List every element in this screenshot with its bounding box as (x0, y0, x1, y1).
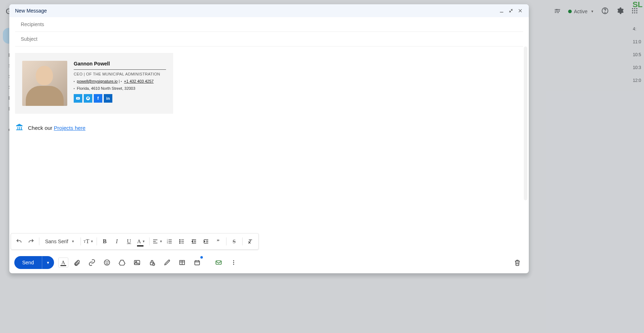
indent-more-button[interactable] (200, 236, 212, 247)
send-button[interactable]: Send (14, 256, 42, 269)
facebook-icon[interactable]: f (94, 94, 102, 103)
help-icon[interactable] (601, 7, 609, 16)
numbered-list-button[interactable]: 123 (164, 236, 175, 247)
signature-card: Gannon Powell CEO | OF THE MUNICIPAL ADM… (15, 53, 173, 114)
italic-button[interactable]: I (111, 236, 123, 247)
more-options-button[interactable] (227, 256, 240, 269)
redo-button[interactable] (25, 236, 37, 247)
svg-point-31 (179, 239, 180, 240)
insert-table-button[interactable] (176, 256, 189, 269)
subject-field[interactable]: Subject (15, 32, 523, 46)
attach-file-button[interactable] (70, 256, 83, 269)
signature-photo (22, 61, 67, 106)
strikethrough-button[interactable]: S (229, 236, 240, 247)
compose-header[interactable]: New Message (9, 4, 529, 17)
underline-button[interactable]: U (123, 236, 135, 247)
chevron-down-icon: ▼ (72, 240, 75, 243)
status-active[interactable]: Active ▼ (568, 9, 594, 14)
svg-point-50 (106, 262, 106, 263)
minimize-icon[interactable] (499, 8, 504, 14)
chevron-down-icon: ▼ (160, 240, 163, 243)
signature-name: Gannon Powell (74, 61, 166, 67)
linkedin-icon[interactable]: in (104, 94, 112, 103)
bullet-list-button[interactable] (176, 236, 187, 247)
exit-fullscreen-icon[interactable] (508, 8, 514, 14)
active-dot-icon (568, 10, 572, 13)
schedule-send-button[interactable] (191, 256, 204, 269)
signature-divider (74, 69, 166, 70)
cta-link[interactable]: Projects here (54, 125, 86, 131)
time-cell: 4: (633, 26, 641, 31)
svg-point-49 (104, 260, 109, 265)
font-family-select[interactable]: Sans Serif ▼ (42, 236, 78, 247)
svg-point-4 (556, 9, 557, 10)
svg-line-58 (153, 264, 154, 265)
svg-text:3: 3 (167, 242, 168, 244)
brand-partial: SL (633, 0, 643, 9)
svg-marker-41 (192, 240, 193, 243)
quote-button[interactable]: ” (213, 236, 224, 247)
svg-marker-52 (119, 260, 125, 265)
mysignature-button[interactable] (212, 256, 225, 269)
twitter-icon[interactable] (84, 94, 92, 103)
signature-title: CEO | OF THE MUNICIPAL ADMINISTRATION (74, 72, 166, 76)
svg-rect-62 (195, 261, 199, 265)
svg-point-13 (632, 12, 633, 13)
svg-point-14 (634, 12, 635, 13)
cta-prefix: Check our (28, 125, 54, 131)
svg-point-10 (632, 10, 633, 11)
compose-window: New Message Recipients Subject Gannon Po… (9, 4, 529, 273)
svg-marker-46 (204, 240, 205, 243)
signature-email-link[interactable]: powell@mysignature.io (77, 79, 118, 83)
insert-emoji-button[interactable] (101, 256, 113, 269)
remove-formatting-button[interactable] (245, 236, 256, 247)
building-icon (15, 123, 24, 133)
youtube-icon[interactable] (74, 94, 82, 103)
svg-point-68 (233, 262, 234, 263)
discard-draft-button[interactable] (511, 256, 524, 269)
chevron-down-icon: ▼ (591, 10, 594, 13)
signature-phone-link[interactable]: +1 432 403 4257 (124, 79, 154, 83)
body-scrollbar[interactable] (524, 46, 527, 200)
align-button[interactable]: ▼ (152, 236, 163, 247)
chevron-down-icon: ▼ (142, 240, 145, 243)
insert-link-button[interactable] (86, 256, 98, 269)
insert-signature-button[interactable] (161, 256, 174, 269)
svg-point-15 (636, 12, 637, 13)
insert-drive-button[interactable] (116, 256, 128, 269)
confidential-mode-button[interactable] (146, 256, 158, 269)
font-size-button[interactable]: TT ▼ (83, 236, 94, 247)
time-cell: 11:0 (633, 39, 641, 44)
svg-rect-66 (216, 261, 221, 264)
chevron-down-icon: ▼ (91, 240, 94, 243)
bold-button[interactable]: B (99, 236, 111, 247)
compose-title: New Message (15, 8, 47, 14)
compose-bottom-bar: Send ▼ A (9, 252, 529, 273)
signature-address: Florida, 4610 North Street, 32003 (77, 86, 135, 90)
svg-point-11 (634, 10, 635, 11)
svg-point-6 (605, 12, 605, 13)
svg-point-51 (107, 262, 108, 263)
svg-point-12 (636, 10, 637, 11)
indent-less-button[interactable] (188, 236, 200, 247)
undo-button[interactable] (13, 236, 25, 247)
gear-icon[interactable] (616, 7, 624, 16)
time-cell: 10:3 (633, 65, 641, 70)
close-icon[interactable] (517, 8, 523, 14)
format-toolbar: Sans Serif ▼ TT ▼ B I U A▼ ▼ 123 ” (11, 233, 259, 250)
tune-icon[interactable] (554, 7, 561, 16)
insert-photo-button[interactable] (131, 256, 143, 269)
svg-point-32 (179, 241, 180, 242)
formatting-toggle-button[interactable]: A (58, 258, 68, 268)
time-cell: 12:0 (633, 78, 641, 83)
recipients-field[interactable]: Recipients (15, 17, 523, 32)
compose-body[interactable]: Gannon Powell CEO | OF THE MUNICIPAL ADM… (9, 46, 529, 233)
time-cell: 10:5 (633, 52, 641, 57)
text-color-button[interactable]: A▼ (136, 236, 147, 247)
send-more-button[interactable]: ▼ (42, 256, 54, 269)
svg-point-2 (557, 12, 558, 13)
svg-point-67 (233, 260, 234, 261)
svg-point-33 (179, 243, 180, 243)
svg-point-69 (233, 264, 234, 265)
svg-point-3 (558, 10, 560, 11)
